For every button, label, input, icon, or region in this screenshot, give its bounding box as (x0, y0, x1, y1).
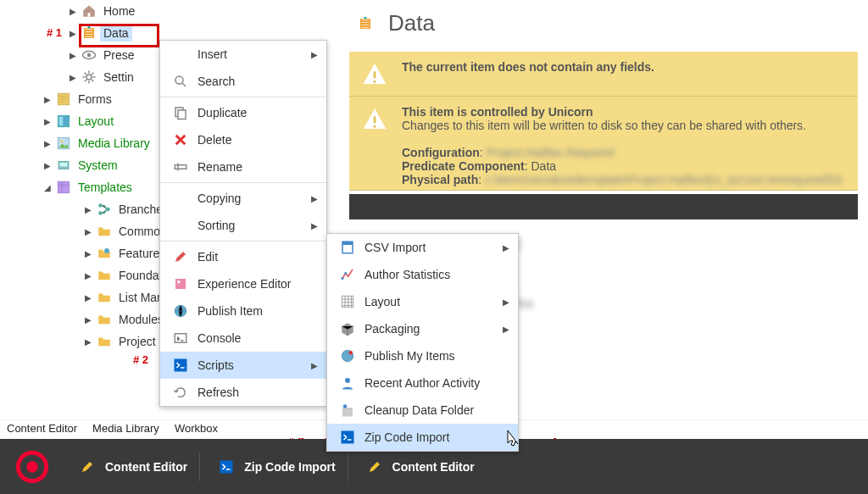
menu-packaging[interactable]: Packaging▶ (327, 315, 518, 342)
tab-workbox[interactable]: Workbox (175, 422, 218, 436)
menu-rename[interactable]: Rename (160, 153, 326, 180)
search-icon (172, 74, 189, 89)
globe-publish-icon (339, 348, 356, 364)
image-icon (56, 136, 71, 151)
sitecore-logo[interactable] (8, 443, 56, 491)
pointer-cursor-icon (505, 429, 520, 447)
folder-icon (97, 290, 112, 305)
experience-editor-icon (172, 276, 189, 291)
branch-icon (97, 202, 112, 217)
menu-recent-author-activity[interactable]: Recent Author Activity (327, 369, 518, 397)
folder-icon (97, 334, 112, 349)
delete-icon (172, 132, 189, 147)
folder-icon (97, 224, 112, 239)
edit-icon (172, 249, 189, 264)
eye-icon (81, 47, 97, 63)
console-icon (172, 330, 189, 346)
user-icon (339, 375, 356, 391)
menu-delete[interactable]: Delete (160, 126, 326, 153)
menu-author-statistics[interactable]: Author Statistics (327, 261, 518, 288)
package-icon (339, 321, 356, 336)
system-icon (56, 158, 71, 173)
menu-sorting[interactable]: Sorting▶ (160, 212, 326, 239)
menu-publish-my-items[interactable]: Publish My Items (327, 342, 518, 369)
alert-no-fields: The current item does not contain any fi… (349, 52, 858, 97)
warning-icon (361, 60, 388, 87)
task-content-editor-1[interactable]: Content Editor (64, 452, 200, 481)
duplicate-icon (172, 105, 189, 120)
task-zip-code-import[interactable]: Zip Code Import (203, 452, 348, 481)
refresh-icon (172, 385, 189, 400)
section-header[interactable] (349, 194, 858, 219)
data-icon (81, 25, 97, 41)
folder-icon (97, 268, 112, 283)
home-icon (81, 3, 97, 19)
tab-content-editor[interactable]: Content Editor (7, 422, 77, 436)
item-title: Data (388, 10, 435, 36)
globe-icon (172, 303, 189, 319)
powershell-icon (172, 358, 189, 373)
template-icon (56, 180, 71, 195)
folder-icon (97, 312, 112, 327)
rename-icon (172, 159, 189, 175)
csv-icon (339, 240, 356, 255)
context-menu: Insert▶ Search Duplicate Delete Rename C… (159, 40, 327, 407)
item-header: Data (349, 7, 858, 52)
pencil-icon (80, 459, 95, 475)
menu-cleanup-data-folder[interactable]: Cleanup Data Folder (327, 397, 518, 424)
menu-search[interactable]: Search (160, 68, 326, 95)
layout-icon (56, 114, 71, 129)
menu-publish-item[interactable]: Publish Item (160, 297, 326, 325)
tab-media-library[interactable]: Media Library (92, 422, 159, 436)
menu-experience-editor[interactable]: Experience Editor (160, 270, 326, 297)
menu-zip-code-import[interactable]: Zip Code Import (327, 424, 518, 451)
menu-scripts[interactable]: Scripts▶ (160, 352, 326, 379)
menu-duplicate[interactable]: Duplicate (160, 99, 326, 126)
menu-layout[interactable]: Layout▶ (327, 288, 518, 315)
powershell-icon (219, 459, 234, 475)
menu-copying[interactable]: Copying▶ (160, 185, 326, 212)
form-icon (56, 92, 71, 107)
scripts-submenu: CSV Import▶ Author Statistics Layout▶ Pa… (326, 233, 519, 452)
menu-edit[interactable]: Edit (160, 243, 326, 270)
pencil-icon (367, 459, 382, 475)
data-icon (358, 16, 373, 31)
menu-insert[interactable]: Insert▶ (160, 41, 326, 68)
stats-icon (339, 267, 356, 282)
menu-refresh[interactable]: Refresh (160, 379, 326, 406)
alert-unicorn: This item is controlled by Unicorn Chang… (349, 97, 858, 191)
warning-icon (361, 105, 388, 132)
menu-console[interactable]: Console (160, 325, 326, 352)
tree-item-home[interactable]: ▶Home (7, 0, 339, 22)
grid-icon (339, 294, 356, 309)
gear-icon (81, 69, 97, 85)
menu-csv-import[interactable]: CSV Import▶ (327, 234, 518, 261)
cleanup-icon (339, 402, 356, 418)
feature-folder-icon (97, 246, 112, 261)
powershell-icon (339, 430, 356, 445)
task-content-editor-2[interactable]: Content Editor (352, 452, 487, 481)
